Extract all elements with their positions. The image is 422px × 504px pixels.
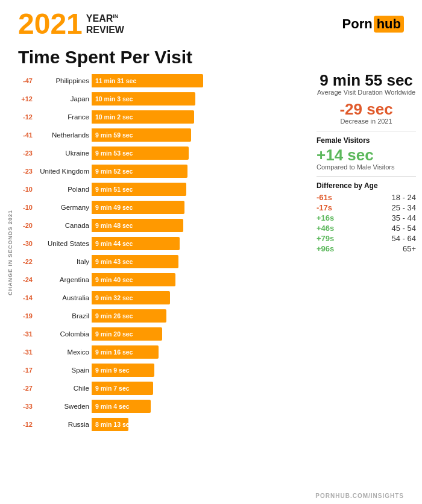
bar-wrap: 9 min 51 sec: [92, 183, 304, 196]
bar-wrap: 8 min 13 sec: [92, 418, 304, 431]
country-name: Poland: [35, 186, 89, 193]
bar-label: 9 min 43 sec: [95, 258, 133, 265]
country-name: Philippines: [35, 77, 89, 84]
chart-row: -10 Poland 9 min 51 sec: [14, 181, 304, 198]
female-value: +14 sec: [316, 147, 416, 163]
change-value: -27: [14, 385, 33, 392]
porn-text: Porn: [342, 16, 373, 32]
change-value: -31: [14, 348, 33, 356]
change-value: -31: [14, 330, 33, 338]
bar-label: 9 min 9 sec: [95, 367, 130, 374]
decrease-value: -29 sec: [316, 101, 416, 117]
country-name: Sweden: [35, 403, 89, 410]
bar-label: 8 min 13 sec: [95, 421, 133, 428]
bar: 9 min 53 sec: [92, 146, 189, 160]
change-value: -24: [14, 276, 33, 283]
bar-wrap: 9 min 9 sec: [92, 364, 304, 377]
change-value: -12: [14, 113, 33, 121]
bar: 9 min 26 sec: [92, 309, 166, 323]
age-row: +46s 45 - 54: [316, 223, 416, 233]
age-value: +46s: [316, 224, 334, 233]
main-content: CHANGE IN SECONDS 2021 -47 Philippines 1…: [0, 72, 422, 433]
bar: 9 min 20 sec: [92, 327, 162, 341]
avg-duration-label: Average Visit Duration Worldwide: [316, 88, 416, 96]
age-range: 45 - 54: [392, 224, 416, 233]
review-text: REVIEW: [86, 24, 124, 36]
age-range: 25 - 34: [392, 203, 416, 212]
bar-label: 10 min 3 sec: [95, 95, 133, 102]
year-logo: 2021 YEARIN REVIEW: [18, 10, 124, 39]
chart-row: -47 Philippines 11 min 31 sec: [14, 72, 304, 89]
chart-row: -23 United Kingdom 9 min 52 sec: [14, 163, 304, 180]
age-section: Difference by Age -61s 18 - 24 -17s 25 -…: [316, 181, 416, 254]
country-name: Russia: [35, 421, 89, 428]
bar: 11 min 31 sec: [92, 74, 203, 87]
age-row: -17s 25 - 34: [316, 203, 416, 213]
chart-row: -27 Chile 9 min 7 sec: [14, 380, 304, 397]
bar-wrap: 9 min 26 sec: [92, 309, 304, 323]
bar: 9 min 32 sec: [92, 291, 170, 304]
country-name: United States: [35, 240, 89, 247]
age-row: +96s 65+: [316, 244, 416, 254]
age-range: 18 - 24: [392, 193, 416, 202]
bar-wrap: 9 min 48 sec: [92, 219, 304, 232]
bar-label: 9 min 52 sec: [95, 168, 133, 175]
bar-label: 9 min 40 sec: [95, 276, 133, 283]
avg-duration-block: 9 min 55 sec Average Visit Duration Worl…: [316, 72, 416, 96]
bar-wrap: 9 min 43 sec: [92, 255, 304, 268]
bar: 9 min 44 sec: [92, 237, 180, 250]
pornhub-logo: Porn hub: [342, 16, 404, 33]
bar-wrap: 9 min 40 sec: [92, 273, 304, 286]
bar-wrap: 9 min 53 sec: [92, 146, 304, 160]
header: 2021 YEARIN REVIEW Porn hub: [0, 0, 422, 45]
bar-wrap: 9 min 16 sec: [92, 345, 304, 359]
page-title: Time Spent Per Visit: [0, 45, 422, 72]
bar-label: 9 min 48 sec: [95, 222, 133, 229]
age-value: +96s: [316, 244, 334, 253]
country-name: Australia: [35, 294, 89, 301]
chart-row: -20 Canada 9 min 48 sec: [14, 217, 304, 234]
footer: PORNHUB.COM/INSIGHTS: [315, 493, 404, 499]
age-value: -17s: [316, 203, 332, 212]
right-stats: 9 min 55 sec Average Visit Duration Worl…: [310, 72, 416, 433]
bar: 9 min 16 sec: [92, 345, 159, 359]
chart-row: -23 Ukraine 9 min 53 sec: [14, 145, 304, 162]
country-name: Netherlands: [35, 131, 89, 139]
age-value: -61s: [316, 193, 332, 202]
bar: 10 min 2 sec: [92, 110, 194, 124]
country-name: Brazil: [35, 312, 89, 320]
bar: 9 min 7 sec: [92, 382, 153, 395]
bar-label: 10 min 2 sec: [95, 113, 133, 121]
change-value: -22: [14, 258, 33, 265]
change-value: -23: [14, 168, 33, 175]
country-name: Ukraine: [35, 150, 89, 157]
change-value: -47: [14, 77, 33, 84]
country-name: Spain: [35, 367, 89, 374]
divider-1: [316, 131, 416, 131]
female-title: Female Visitors: [316, 136, 416, 145]
chart-area: CHANGE IN SECONDS 2021 -47 Philippines 1…: [6, 72, 304, 433]
bar: 9 min 9 sec: [92, 364, 154, 377]
bar: 9 min 4 sec: [92, 400, 151, 413]
chart-rows: -47 Philippines 11 min 31 sec +12 Japan …: [14, 72, 304, 433]
chart-row: +12 Japan 10 min 3 sec: [14, 90, 304, 107]
y-axis-label: CHANGE IN SECONDS 2021: [6, 72, 14, 433]
bar: 10 min 3 sec: [92, 92, 195, 106]
bar-label: 9 min 4 sec: [95, 403, 130, 410]
year-text: YEARIN: [86, 13, 124, 24]
chart-row: -12 Russia 8 min 13 sec: [14, 416, 304, 433]
country-name: Canada: [35, 222, 89, 229]
age-title: Difference by Age: [316, 181, 416, 190]
bar-label: 9 min 20 sec: [95, 330, 133, 338]
bar: 9 min 43 sec: [92, 255, 178, 268]
divider-2: [316, 176, 416, 177]
female-label: Compared to Male Visitors: [316, 163, 416, 171]
bar-wrap: 10 min 2 sec: [92, 110, 304, 124]
bar: 8 min 13 sec: [92, 418, 128, 431]
chart-row: -10 Germany 9 min 49 sec: [14, 199, 304, 216]
hub-badge: hub: [374, 16, 404, 33]
chart-row: -12 France 10 min 2 sec: [14, 109, 304, 125]
age-row: -61s 18 - 24: [316, 192, 416, 203]
change-value: -41: [14, 131, 33, 139]
change-value: -20: [14, 222, 33, 229]
